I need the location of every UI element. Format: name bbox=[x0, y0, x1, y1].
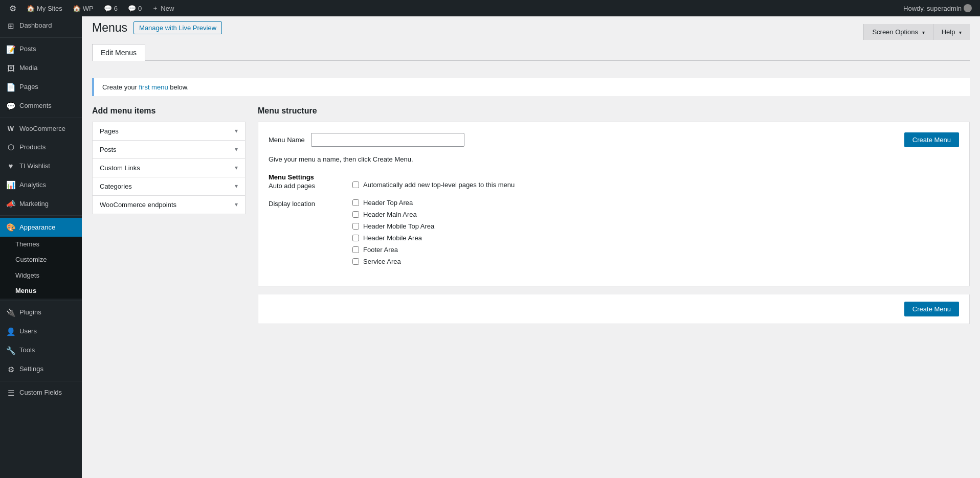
sidebar-item-ti-wishlist[interactable]: ♥ TI Wishlist bbox=[0, 156, 82, 175]
sidebar-item-marketing[interactable]: 📣 Marketing bbox=[0, 194, 82, 213]
auto-add-content: Automatically add new top-level pages to… bbox=[352, 181, 959, 193]
page-title: Menus bbox=[92, 20, 127, 36]
location-header-top-checkbox[interactable] bbox=[352, 199, 359, 206]
create-menu-button-bottom[interactable]: Create Menu bbox=[904, 302, 959, 316]
location-header-mobile-row[interactable]: Header Mobile Area bbox=[352, 234, 959, 242]
sidebar-item-plugins[interactable]: 🔌 Plugins bbox=[0, 303, 82, 322]
chevron-down-icon-woo-endpoints: ▾ bbox=[235, 201, 238, 208]
analytics-icon: 📊 bbox=[6, 179, 15, 190]
accordion-header-pages[interactable]: Pages ▾ bbox=[93, 122, 245, 140]
location-service-checkbox[interactable] bbox=[352, 258, 359, 265]
screen-options-button[interactable]: Screen Options ▾ bbox=[863, 24, 932, 40]
sidebar-item-woocommerce[interactable]: W WooCommerce bbox=[0, 120, 82, 138]
location-header-mobile-top-row[interactable]: Header Mobile Top Area bbox=[352, 222, 959, 230]
users-icon: 👤 bbox=[6, 326, 15, 337]
add-menu-items-panel: Add menu items Pages ▾ Posts ▾ bbox=[92, 106, 246, 214]
accordion-header-posts[interactable]: Posts ▾ bbox=[93, 141, 245, 158]
location-header-main-checkbox[interactable] bbox=[352, 211, 359, 218]
adminbar-my-sites[interactable]: 🏠 My Sites bbox=[21, 0, 68, 16]
sidebar-item-users[interactable]: 👤 Users bbox=[0, 322, 82, 341]
adminbar-greeting: Howdy, superadmin bbox=[903, 5, 962, 12]
adminbar-comment-pending[interactable]: 💬 0 bbox=[123, 0, 147, 16]
adminbar-wp-logo[interactable]: ⚙ bbox=[4, 0, 21, 16]
tab-edit-menus[interactable]: Edit Menus bbox=[92, 44, 145, 61]
live-preview-button[interactable]: Manage with Live Preview bbox=[133, 21, 222, 34]
display-location-content: Header Top Area Header Main Area Header … bbox=[352, 199, 959, 269]
accordion-header-categories[interactable]: Categories ▾ bbox=[93, 177, 245, 195]
tabs-bar: Edit Menus bbox=[92, 44, 970, 61]
auto-add-checkbox[interactable] bbox=[352, 181, 359, 188]
chevron-down-icon-pages: ▾ bbox=[235, 127, 238, 134]
location-footer-checkbox[interactable] bbox=[352, 246, 359, 253]
menu-settings-title: Menu Settings bbox=[269, 173, 959, 181]
chevron-down-icon-custom-links: ▾ bbox=[235, 164, 238, 171]
wishlist-icon: ♥ bbox=[6, 161, 15, 171]
adminbar-new[interactable]: ＋ New bbox=[147, 0, 179, 16]
adminbar-site[interactable]: 🏠 WP bbox=[68, 0, 99, 16]
menu-structure-title: Menu structure bbox=[258, 106, 970, 116]
appearance-submenu: Themes Customize Widgets Menus bbox=[0, 237, 82, 299]
menu-name-row: Menu Name Create Menu bbox=[269, 132, 959, 147]
sidebar-item-custom-fields[interactable]: ☰ Custom Fields bbox=[0, 383, 82, 402]
sidebar-item-products[interactable]: ⬡ Products bbox=[0, 138, 82, 156]
sidebar-item-tools[interactable]: 🔧 Tools bbox=[0, 341, 82, 360]
posts-icon: 📝 bbox=[6, 44, 15, 55]
sidebar-item-settings[interactable]: ⚙ Settings bbox=[0, 360, 82, 379]
chevron-down-icon-posts: ▾ bbox=[235, 146, 238, 153]
location-header-top-row[interactable]: Header Top Area bbox=[352, 199, 959, 207]
menu-hint: Give your menu a name, then click Create… bbox=[269, 155, 959, 163]
sidebar-item-widgets[interactable]: Widgets bbox=[0, 268, 82, 283]
help-button[interactable]: Help ▾ bbox=[933, 24, 970, 40]
sidebar-item-posts[interactable]: 📝 Posts bbox=[0, 40, 82, 59]
accordion-custom-links: Custom Links ▾ bbox=[92, 158, 246, 177]
settings-icon: ⚙ bbox=[6, 364, 15, 375]
page-wrap: Create your first menu below. Add menu i… bbox=[82, 69, 980, 478]
screen-options-arrow-icon: ▾ bbox=[922, 30, 925, 35]
display-location-label: Display location bbox=[269, 199, 340, 269]
media-icon: 🖼 bbox=[6, 63, 15, 74]
menu-separator-1 bbox=[0, 37, 82, 38]
sidebar-item-media[interactable]: 🖼 Media bbox=[0, 59, 82, 78]
home-icon: 🏠 bbox=[27, 5, 35, 12]
location-service-row[interactable]: Service Area bbox=[352, 258, 959, 265]
page-header: Menus Manage with Live Preview bbox=[92, 20, 222, 36]
accordion-header-woocommerce-endpoints[interactable]: WooCommerce endpoints ▾ bbox=[93, 196, 245, 214]
menu-structure-panel: Menu structure Menu Name Create Menu Giv… bbox=[258, 106, 970, 324]
create-menu-button-top[interactable]: Create Menu bbox=[904, 132, 959, 147]
sidebar-item-pages[interactable]: 📄 Pages bbox=[0, 78, 82, 97]
accordion-woocommerce-endpoints: WooCommerce endpoints ▾ bbox=[92, 195, 246, 214]
comments-icon: 💬 bbox=[6, 101, 15, 111]
accordion-pages: Pages ▾ bbox=[92, 122, 246, 141]
avatar bbox=[964, 4, 972, 12]
speech-bubble-icon: 💬 bbox=[128, 5, 136, 12]
menu-separator-2 bbox=[0, 118, 82, 118]
sidebar-item-appearance[interactable]: 🎨 Appearance bbox=[0, 218, 82, 237]
adminbar-comments-count[interactable]: 💬 6 bbox=[99, 0, 123, 16]
plugins-icon: 🔌 bbox=[6, 307, 15, 318]
accordion-categories: Categories ▾ bbox=[92, 177, 246, 196]
location-header-main-row[interactable]: Header Main Area bbox=[352, 211, 959, 218]
display-location-row: Display location Header Top Area Header … bbox=[269, 199, 959, 269]
accordion-posts: Posts ▾ bbox=[92, 140, 246, 159]
location-footer-row[interactable]: Footer Area bbox=[352, 246, 959, 254]
sidebar-item-themes[interactable]: Themes bbox=[0, 237, 82, 252]
auto-add-checkbox-row[interactable]: Automatically add new top-level pages to… bbox=[352, 181, 959, 189]
menu-name-input[interactable] bbox=[311, 133, 464, 147]
sidebar-item-customize[interactable]: Customize bbox=[0, 252, 82, 267]
first-menu-link[interactable]: first menu bbox=[139, 83, 168, 91]
auto-add-label: Auto add pages bbox=[269, 181, 340, 193]
accordion-header-custom-links[interactable]: Custom Links ▾ bbox=[93, 159, 245, 177]
site-home-icon: 🏠 bbox=[73, 5, 81, 12]
sidebar-item-comments[interactable]: 💬 Comments bbox=[0, 97, 82, 116]
tools-icon: 🔧 bbox=[6, 345, 15, 356]
sidebar-item-analytics[interactable]: 📊 Analytics bbox=[0, 175, 82, 194]
auto-add-pages-row: Auto add pages Automatically add new top… bbox=[269, 181, 959, 193]
location-header-mobile-top-checkbox[interactable] bbox=[352, 223, 359, 230]
comment-icon: 💬 bbox=[104, 5, 112, 12]
location-header-mobile-checkbox[interactable] bbox=[352, 235, 359, 241]
chevron-down-icon-categories: ▾ bbox=[235, 183, 238, 190]
plus-icon: ＋ bbox=[152, 4, 159, 13]
sidebar-item-dashboard[interactable]: ⊞ Dashboard bbox=[0, 16, 82, 35]
menus-layout: Add menu items Pages ▾ Posts ▾ bbox=[92, 106, 970, 324]
sidebar-item-menus[interactable]: Menus bbox=[0, 283, 82, 299]
